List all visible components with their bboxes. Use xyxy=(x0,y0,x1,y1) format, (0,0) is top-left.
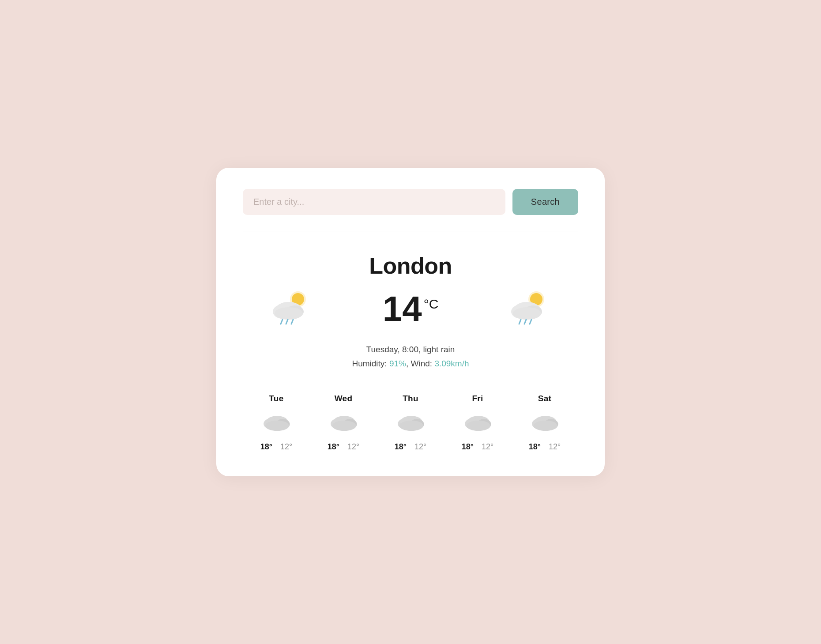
wind-value: 3.09km/h xyxy=(434,359,469,368)
forecast-day: Wed 18° 12° xyxy=(310,394,377,452)
temp-low: 12° xyxy=(414,442,426,452)
forecast-day: Sat 18° 12° xyxy=(511,394,578,452)
temp-high: 18° xyxy=(529,442,541,452)
wind-label: Wind: xyxy=(411,359,433,368)
svg-line-8 xyxy=(291,320,293,324)
temp-high: 18° xyxy=(462,442,474,452)
divider xyxy=(243,231,578,231)
temp-low: 12° xyxy=(347,442,359,452)
current-weather-icon-right xyxy=(508,291,552,327)
temp-unit: °C xyxy=(424,297,439,311)
forecast-row: Tue 18° 12° Wed xyxy=(243,394,578,452)
svg-point-29 xyxy=(399,421,423,431)
temp-range: 18° 12° xyxy=(395,442,426,452)
temp-high: 18° xyxy=(260,442,272,452)
svg-line-6 xyxy=(281,320,282,324)
humidity-label: Humidity: xyxy=(352,359,387,368)
weather-details: Tuesday, 8:00, light rain Humidity: 91%,… xyxy=(243,343,578,371)
temp-high: 18° xyxy=(395,442,407,452)
temp-range: 18° 12° xyxy=(529,442,561,452)
day-label: Wed xyxy=(335,394,353,403)
main-weather-row: 14°C xyxy=(243,291,578,327)
humidity-value: 91% xyxy=(389,359,406,368)
temp-range: 18° 12° xyxy=(328,442,359,452)
svg-line-7 xyxy=(286,320,288,324)
temp-range: 18° 12° xyxy=(260,442,292,452)
temp-low: 12° xyxy=(482,442,493,452)
svg-point-21 xyxy=(265,421,289,431)
svg-line-15 xyxy=(519,320,521,324)
temp-value: 14 xyxy=(383,289,422,328)
day-label: Tue xyxy=(269,394,283,403)
day-label: Sat xyxy=(538,394,551,403)
city-name: London xyxy=(243,252,578,279)
cloud-icon xyxy=(328,411,359,435)
temp-range: 18° 12° xyxy=(462,442,493,452)
search-row: Search xyxy=(243,189,578,215)
cloud-icon xyxy=(462,411,493,435)
weather-meta: Humidity: 91%, Wind: 3.09km/h xyxy=(243,357,578,371)
svg-point-14 xyxy=(513,307,541,320)
cloud-icon xyxy=(395,411,426,435)
city-input[interactable] xyxy=(243,189,505,215)
cloud-icon xyxy=(260,411,292,435)
temp-low: 12° xyxy=(549,442,561,452)
forecast-day: Fri 18° 12° xyxy=(444,394,511,452)
forecast-day: Tue 18° 12° xyxy=(243,394,310,452)
forecast-day: Thu 18° 12° xyxy=(377,394,444,452)
day-label: Thu xyxy=(403,394,418,403)
weather-card: Search London xyxy=(216,168,605,477)
day-label: Fri xyxy=(472,394,483,403)
temp-high: 18° xyxy=(328,442,339,452)
svg-line-16 xyxy=(524,320,526,324)
temp-low: 12° xyxy=(280,442,292,452)
temperature-display: 14°C xyxy=(383,291,439,327)
weather-date: Tuesday, 8:00, light rain xyxy=(243,343,578,357)
cloud-icon xyxy=(529,411,561,435)
current-weather-icon-left xyxy=(269,291,313,327)
svg-point-25 xyxy=(332,421,356,431)
svg-line-17 xyxy=(530,320,531,324)
svg-point-37 xyxy=(534,421,557,431)
svg-point-5 xyxy=(275,307,303,320)
search-button[interactable]: Search xyxy=(512,189,578,215)
svg-point-33 xyxy=(467,421,490,431)
